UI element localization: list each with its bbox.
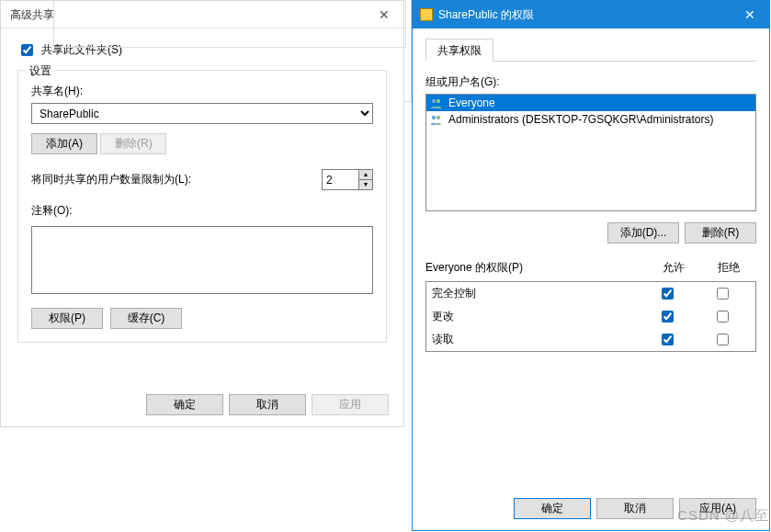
settings-group-legend: 设置: [26, 63, 55, 79]
deny-checkbox[interactable]: [717, 334, 729, 345]
titlebar: SharePublic 的权限 ✕: [413, 1, 769, 28]
users-listbox[interactable]: EveryoneAdministrators (DESKTOP-7GSQKGR\…: [425, 94, 756, 211]
user-limit-row: 将同时共享的用户数量限制为(L): ▲ ▼: [31, 169, 373, 190]
users-icon: [430, 114, 445, 125]
list-item-label: Administrators (DESKTOP-7GSQKGR\Administ…: [448, 111, 714, 128]
deny-checkbox[interactable]: [717, 311, 729, 323]
dialog-body: 共享权限 组或用户名(G): EveryoneAdministrators (D…: [413, 28, 769, 530]
dialog-title: SharePublic 的权限: [438, 7, 534, 23]
allow-column-header: 允许: [646, 260, 701, 276]
share-name-label: 共享名(H):: [31, 84, 373, 99]
cancel-button[interactable]: 取消: [596, 498, 674, 519]
dialog-title: 高级共享: [10, 8, 54, 21]
settings-group: 设置 共享名(H): SharePublic 添加(A) 删除(R) 将同时共享…: [17, 70, 387, 343]
permissions-header: Everyone 的权限(P) 允许 拒绝: [425, 260, 756, 276]
spinner-up-icon[interactable]: ▲: [358, 169, 373, 179]
permissions-table: 完全控制更改读取: [425, 281, 756, 352]
cache-button[interactable]: 缓存(C): [110, 308, 182, 329]
dialog-body: 共享此文件夹(S) 设置 共享名(H): SharePublic 添加(A) 删…: [1, 28, 403, 354]
advanced-sharing-dialog: 高级共享 ✕ 共享此文件夹(S) 设置 共享名(H): SharePublic …: [0, 0, 404, 427]
add-remove-row: 添加(A) 删除(R): [31, 133, 373, 154]
users-listbox-label: 组或用户名(G):: [425, 74, 756, 90]
permissions-button[interactable]: 权限(P): [31, 308, 103, 329]
user-limit-input[interactable]: [322, 169, 358, 190]
list-item-label: Everyone: [448, 95, 495, 111]
allow-checkbox[interactable]: [662, 288, 674, 300]
user-limit-spinner[interactable]: ▲ ▼: [322, 169, 373, 190]
comment-textarea[interactable]: [31, 226, 373, 294]
perm-cache-row: 权限(P) 缓存(C): [31, 308, 373, 329]
comment-section: 注释(O):: [31, 203, 373, 297]
comment-label: 注释(O):: [31, 203, 373, 219]
list-item[interactable]: Everyone: [426, 95, 755, 111]
table-row: 更改: [426, 305, 755, 328]
svg-point-1: [437, 99, 440, 103]
tab-bar: 共享权限: [425, 38, 756, 62]
permissions-for-label: Everyone 的权限(P): [425, 260, 646, 276]
deny-column-header: 拒绝: [701, 260, 756, 276]
add-user-button[interactable]: 添加(D)...: [607, 222, 679, 243]
user-limit-label: 将同时共享的用户数量限制为(L):: [31, 172, 191, 187]
share-name-select[interactable]: SharePublic: [31, 103, 373, 124]
allow-checkbox[interactable]: [662, 311, 674, 323]
dialog-buttons: 确定 取消 应用: [146, 394, 389, 415]
permission-label: 更改: [432, 309, 640, 324]
allow-checkbox[interactable]: [662, 334, 674, 345]
remove-user-button[interactable]: 删除(R): [685, 222, 756, 243]
dialog-buttons: 确定 取消 应用(A): [514, 498, 756, 519]
permissions-dialog: SharePublic 的权限 ✕ 共享权限 组或用户名(G): Everyon…: [412, 0, 770, 531]
table-row: 读取: [426, 328, 755, 351]
ok-button[interactable]: 确定: [514, 498, 591, 519]
inner-groupbox-fragment: [53, 0, 406, 48]
ok-button[interactable]: 确定: [146, 394, 223, 415]
spinner-down-icon[interactable]: ▼: [358, 179, 373, 190]
apply-button: 应用: [312, 394, 389, 415]
share-folder-checkbox[interactable]: [21, 44, 33, 56]
folder-icon: [420, 8, 433, 21]
spinner-buttons: ▲ ▼: [358, 169, 373, 190]
add-remove-row: 添加(D)... 删除(R): [425, 222, 756, 243]
close-icon[interactable]: ✕: [731, 1, 769, 28]
deny-checkbox[interactable]: [717, 288, 729, 300]
remove-share-button: 删除(R): [100, 133, 166, 154]
list-item[interactable]: Administrators (DESKTOP-7GSQKGR\Administ…: [426, 111, 755, 128]
svg-point-0: [432, 99, 436, 103]
add-share-button[interactable]: 添加(A): [31, 133, 97, 154]
users-icon: [430, 97, 445, 108]
apply-button[interactable]: 应用(A): [679, 498, 756, 519]
table-row: 完全控制: [426, 282, 755, 305]
permission-label: 完全控制: [432, 286, 640, 301]
cancel-button[interactable]: 取消: [229, 394, 306, 415]
svg-point-2: [432, 116, 436, 119]
svg-point-3: [437, 116, 440, 119]
permission-label: 读取: [432, 332, 640, 347]
tab-share-permissions[interactable]: 共享权限: [425, 39, 493, 62]
